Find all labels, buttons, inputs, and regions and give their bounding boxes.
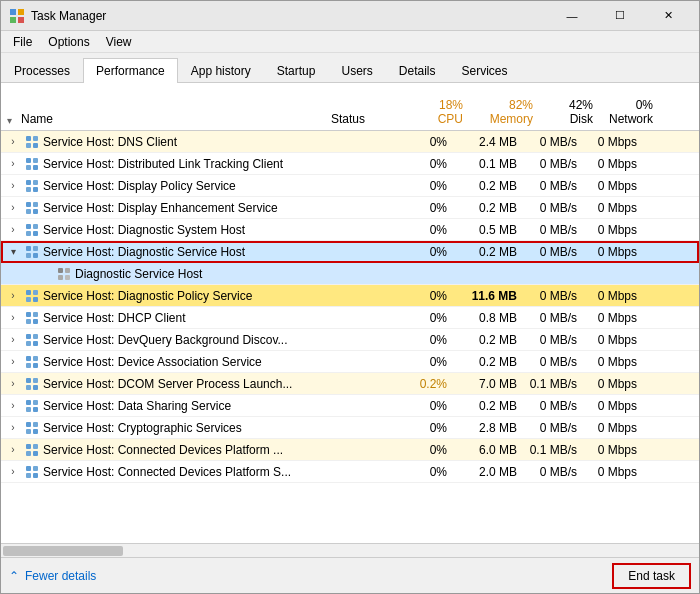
menu-view[interactable]: View [98, 33, 140, 51]
tab-details[interactable]: Details [386, 58, 449, 83]
row-cpu: 0% [381, 201, 451, 215]
row-network: 0 Mbps [581, 377, 641, 391]
expand-collapse-button[interactable]: › [5, 222, 21, 238]
col-header-network[interactable]: 0% Network [597, 96, 657, 128]
row-memory: 11.6 MB [451, 289, 521, 303]
expand-collapse-button[interactable]: › [5, 178, 21, 194]
tab-app-history[interactable]: App history [178, 58, 264, 83]
row-network: 0 Mbps [581, 157, 641, 171]
table-row[interactable]: › Service Host: DCOM Server Process Laun… [1, 373, 699, 395]
menu-file[interactable]: File [5, 33, 40, 51]
scrollbar-thumb[interactable] [3, 546, 123, 556]
row-name-cell: › Service Host: Connected Devices Platfo… [1, 464, 311, 480]
row-network: 0 Mbps [581, 135, 641, 149]
col-header-memory[interactable]: 82% Memory [467, 96, 537, 128]
expand-collapse-button[interactable]: › [5, 398, 21, 414]
app-icon [9, 8, 25, 24]
svg-rect-63 [33, 451, 38, 456]
svg-rect-66 [26, 473, 31, 478]
expand-collapse-button[interactable]: › [5, 376, 21, 392]
title-bar: Task Manager — ☐ ✕ [1, 1, 699, 31]
expand-collapse-button[interactable]: › [5, 288, 21, 304]
tab-performance[interactable]: Performance [83, 58, 178, 83]
process-name: Service Host: Connected Devices Platform… [43, 465, 309, 479]
row-name-cell: › Service Host: DevQuery Background Disc… [1, 332, 311, 348]
expand-collapse-button[interactable]: › [5, 332, 21, 348]
row-network: 0 Mbps [581, 443, 641, 457]
row-cpu: 0% [381, 465, 451, 479]
expand-collapse-button[interactable]: › [5, 464, 21, 480]
task-manager-window: Task Manager — ☐ ✕ File Options View Pro… [0, 0, 700, 594]
row-name-cell: › Service Host: Distributed Link Trackin… [1, 156, 311, 172]
row-network: 0 Mbps [581, 223, 641, 237]
table-row[interactable]: › Service Host: Connected Devices Platfo… [1, 439, 699, 461]
col-header-disk[interactable]: 42% Disk [537, 96, 597, 128]
table-row[interactable]: › Service Host: Display Policy Service0%… [1, 175, 699, 197]
table-row[interactable]: › Service Host: Distributed Link Trackin… [1, 153, 699, 175]
tab-services[interactable]: Services [449, 58, 521, 83]
table-row[interactable]: Diagnostic Service Host [1, 263, 699, 285]
collapse-all-icon[interactable]: ▾ [7, 115, 12, 126]
table-row[interactable]: › Service Host: Connected Devices Platfo… [1, 461, 699, 483]
process-table[interactable]: › Service Host: DNS Client0%2.4 MB0 MB/s… [1, 131, 699, 543]
table-row[interactable]: › Service Host: Device Association Servi… [1, 351, 699, 373]
column-headers: ▾ Name Status 18% CPU 82% Memory 42% Dis… [1, 83, 699, 131]
expand-collapse-button[interactable]: › [5, 420, 21, 436]
row-cpu: 0% [381, 421, 451, 435]
table-row[interactable]: › Service Host: DNS Client0%2.4 MB0 MB/s… [1, 131, 699, 153]
expand-collapse-button[interactable]: ▾ [5, 244, 21, 260]
horizontal-scrollbar[interactable] [1, 543, 699, 557]
minimize-button[interactable]: — [549, 1, 595, 31]
tab-startup[interactable]: Startup [264, 58, 329, 83]
row-memory: 2.4 MB [451, 135, 521, 149]
row-disk: 0 MB/s [521, 421, 581, 435]
process-gear-icon [24, 156, 40, 172]
expand-collapse-button[interactable]: › [5, 200, 21, 216]
tab-processes[interactable]: Processes [1, 58, 83, 83]
expand-collapse-button[interactable]: › [5, 442, 21, 458]
col-header-cpu[interactable]: 18% CPU [397, 96, 467, 128]
expand-collapse-button[interactable]: › [5, 354, 21, 370]
col-header-name[interactable]: Name [17, 110, 327, 128]
row-disk: 0 MB/s [521, 157, 581, 171]
svg-rect-47 [33, 363, 38, 368]
end-task-button[interactable]: End task [612, 563, 691, 589]
col-header-status[interactable]: Status [327, 110, 397, 128]
expand-collapse-button[interactable]: › [5, 156, 21, 172]
table-row[interactable]: ▾ Service Host: Diagnostic Service Host0… [1, 241, 699, 263]
svg-rect-30 [58, 275, 63, 280]
content-area: ▾ Name Status 18% CPU 82% Memory 42% Dis… [1, 83, 699, 557]
table-row[interactable]: › Service Host: Display Enhancement Serv… [1, 197, 699, 219]
window-title: Task Manager [31, 9, 549, 23]
svg-rect-7 [33, 143, 38, 148]
svg-rect-31 [65, 275, 70, 280]
row-name-cell: › Service Host: DNS Client [1, 134, 311, 150]
menu-options[interactable]: Options [40, 33, 97, 51]
table-row[interactable]: › Service Host: DHCP Client0%0.8 MB0 MB/… [1, 307, 699, 329]
fewer-details-button[interactable]: ⌃ Fewer details [9, 569, 96, 583]
window-controls: — ☐ ✕ [549, 1, 691, 31]
process-name: Service Host: DNS Client [43, 135, 309, 149]
process-gear-icon [24, 244, 40, 260]
table-row[interactable]: › Service Host: Data Sharing Service0%0.… [1, 395, 699, 417]
close-button[interactable]: ✕ [645, 1, 691, 31]
table-row[interactable]: › Service Host: DevQuery Background Disc… [1, 329, 699, 351]
tab-users[interactable]: Users [328, 58, 385, 83]
maximize-button[interactable]: ☐ [597, 1, 643, 31]
process-name: Service Host: DCOM Server Process Launch… [43, 377, 309, 391]
table-row[interactable]: › Service Host: Cryptographic Services0%… [1, 417, 699, 439]
no-expand-placeholder[interactable] [37, 266, 53, 282]
expand-collapse-button[interactable]: › [5, 310, 21, 326]
table-row[interactable]: › Service Host: Diagnostic System Host0%… [1, 219, 699, 241]
row-memory: 0.2 MB [451, 245, 521, 259]
table-row[interactable]: › Service Host: Diagnostic Policy Servic… [1, 285, 699, 307]
svg-rect-28 [58, 268, 63, 273]
svg-rect-50 [26, 385, 31, 390]
row-disk: 0 MB/s [521, 465, 581, 479]
row-disk: 0 MB/s [521, 201, 581, 215]
expand-collapse-button[interactable]: › [5, 134, 21, 150]
svg-rect-37 [33, 312, 38, 317]
svg-rect-26 [26, 253, 31, 258]
process-name: Service Host: Distributed Link Tracking … [43, 157, 309, 171]
svg-rect-0 [10, 9, 16, 15]
